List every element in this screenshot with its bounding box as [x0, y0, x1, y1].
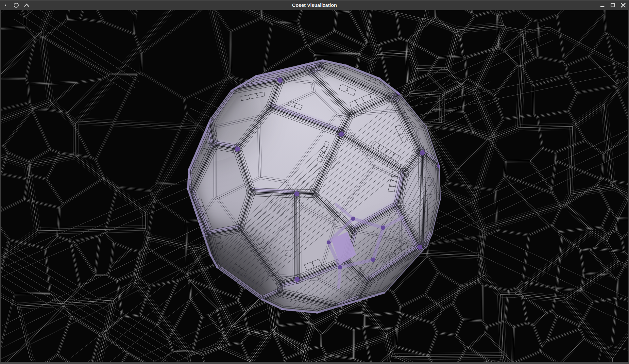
svg-text:Coset Visualization: Coset Visualization	[292, 2, 337, 8]
